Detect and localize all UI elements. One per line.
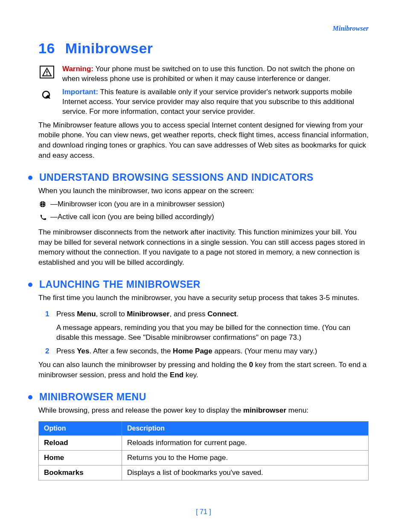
step-number: 1 [45, 309, 52, 319]
minibrowser-indicator-line: —Minibrowser icon (you are in a minibrow… [38, 198, 369, 211]
step-2-body: Press Yes. After a few seconds, the Home… [56, 346, 369, 356]
step-1-body: Press Menu, scroll to Minibrowser, and p… [56, 309, 369, 319]
table-row: Reload Reloads information for current p… [39, 436, 369, 451]
cell-option: Bookmarks [39, 466, 122, 480]
step-1-sub: A message appears, reminding you that yo… [56, 323, 369, 343]
running-header: Minibrowser [38, 25, 369, 32]
cell-option: Home [39, 451, 122, 466]
step-number: 2 [45, 346, 52, 356]
warning-text: Warning: Your phone must be switched on … [62, 64, 369, 84]
cell-option: Reload [39, 436, 122, 451]
sec2-lead: The first time you launch the minibrowse… [38, 293, 369, 303]
th-description: Description [122, 422, 369, 436]
warning-icon [38, 64, 55, 80]
svg-point-2 [47, 74, 48, 75]
section-understand: UNDERSTAND BROWSING SESSIONS AND INDICAT… [38, 172, 369, 183]
th-option: Option [39, 422, 122, 436]
bullet-icon [28, 395, 32, 399]
cell-description: Reloads information for current page. [122, 436, 369, 451]
table-header-row: Option Description [39, 422, 369, 436]
warning-note: Warning: Your phone must be switched on … [38, 64, 369, 84]
phone-icon [38, 214, 48, 221]
step-2: 2 Press Yes. After a few seconds, the Ho… [45, 346, 369, 356]
intro-paragraph: The Minibrowser feature allows you to ac… [38, 120, 369, 161]
chapter-title: 16Minibrowser [38, 40, 369, 57]
chapter-name: Minibrowser [65, 40, 153, 56]
table-row: Home Returns you to the Home page. [39, 451, 369, 466]
important-text: Important: This feature is available onl… [62, 87, 369, 117]
cell-description: Displays a list of bookmarks you've save… [122, 466, 369, 480]
bullet-icon [28, 176, 32, 180]
sec2-tail: You can also launch the minibrowser by p… [38, 360, 369, 380]
important-icon [38, 87, 55, 103]
sec1-para: The minibrowser disconnects from the net… [38, 227, 369, 268]
important-note: Important: This feature is available onl… [38, 87, 369, 117]
bullet-icon [28, 283, 32, 287]
sec3-lead: While browsing, press and release the po… [38, 405, 369, 416]
section-launching: LAUNCHING THE MINIBROWSER [38, 279, 369, 290]
sec1-lead: When you launch the minibrowser, two ico… [38, 186, 369, 196]
important-label: Important: [62, 88, 98, 96]
table-row: Bookmarks Displays a list of bookmarks y… [39, 466, 369, 480]
step-1: 1 Press Menu, scroll to Minibrowser, and… [45, 309, 369, 319]
cell-description: Returns you to the Home page. [122, 451, 369, 466]
page-number: [ 71 ] [0, 508, 407, 516]
section-menu: MINIBROWSER MENU [38, 391, 369, 403]
chapter-number: 16 [38, 40, 55, 57]
active-call-indicator-line: —Active call icon (you are being billed … [38, 211, 369, 224]
minibrowser-menu-table: Option Description Reload Reloads inform… [38, 421, 369, 480]
warning-label: Warning: [62, 65, 93, 73]
manual-page: Minibrowser 16Minibrowser Warning: Your … [0, 0, 407, 532]
globe-icon [38, 200, 48, 208]
